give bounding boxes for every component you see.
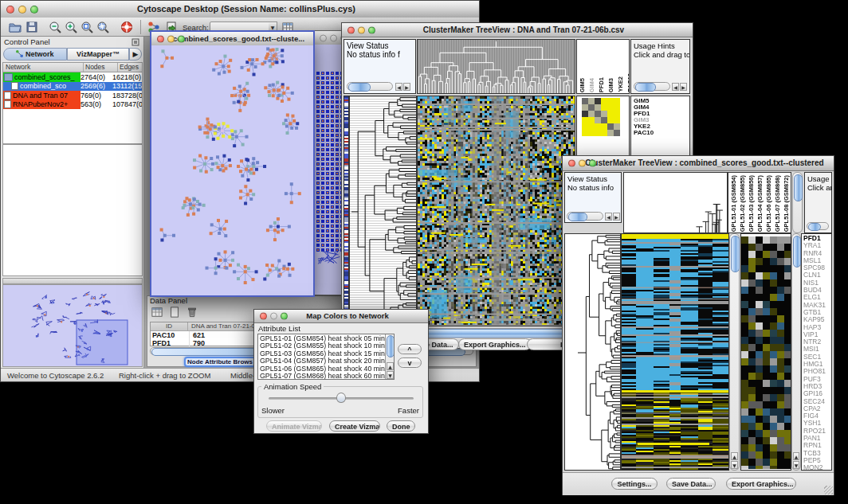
tv2-column-label[interactable]: GPL51-01 (GSM854) [730,175,737,232]
main-title-bar[interactable]: Cytoscape Desktop (Session Name: collins… [1,1,479,18]
col-edges[interactable]: Edges [118,63,142,72]
create-vizmap-button[interactable]: Create Vizmap [329,420,380,432]
tv2-heatmap-vscrollbar[interactable]: ▲ ▼ [729,233,740,471]
zoom-selected-icon[interactable] [80,21,93,33]
help-icon[interactable] [120,21,133,33]
zoom-button[interactable] [30,6,38,14]
tv2-gene-labels[interactable]: PFD1YRA1RNR4MSL1SPC98CLN1NIS1BUD4ELG1MAK… [801,233,832,471]
tv1-export-graphics-button[interactable]: Export Graphics... [458,338,532,350]
scroll-right-icon[interactable]: ▶ [613,213,620,221]
tv2-column-label[interactable]: GPL51-04 (GSM857) [756,175,764,232]
animate-vizmap-button[interactable]: Animate Vizmap [266,420,322,432]
scrollbar-thumb[interactable] [568,213,587,221]
scrollbar-thumb[interactable] [348,83,371,92]
tv1-column-label[interactable]: GIM3 [607,78,614,92]
tv2-status-scrollbar[interactable] [567,212,603,221]
attribute-listbox[interactable]: GPL51-01 (GSM854) heat shock 05 minGPL51… [257,334,395,380]
tv1-column-label[interactable]: PAC10 [626,73,630,92]
birdseye-view[interactable] [2,284,143,367]
tv2-gene-vscrollbar[interactable]: ▲ ▼ [791,233,801,471]
tv1-column-labels[interactable]: GIM5GIM4PFD1GIM3YKE2PAC10 [576,39,630,94]
tv2-column-dendrogram[interactable] [623,172,728,233]
delete-attribute-icon[interactable] [186,306,198,318]
scrollbar-thumb[interactable] [793,236,801,268]
tab-vizmapper[interactable]: VizMapper™ [67,48,129,61]
resize-grip[interactable] [824,486,833,494]
move-down-button[interactable]: v [398,357,422,368]
save-icon[interactable] [26,21,38,33]
tv1-global-strip[interactable] [344,96,349,326]
open-icon[interactable] [9,21,22,33]
treeview2-title-bar[interactable]: ClusterMaker TreeView : combined_scores_… [563,156,834,171]
close-button[interactable] [347,26,355,33]
minimize-button[interactable] [579,160,586,167]
new-attribute-icon[interactable] [169,307,180,318]
tv2-row-dendrogram[interactable] [564,233,621,471]
dialog-title-bar[interactable]: Map Colors to Network [254,310,428,323]
tv2-column-labels[interactable]: GPL51-01 (GSM854)GPL51-02 (GSM855)GPL51-… [728,172,791,233]
minimize-button[interactable] [18,6,26,14]
col-network[interactable]: Network [3,63,84,72]
close-button[interactable] [568,160,575,167]
tv1-column-label[interactable]: GIM4 [588,78,595,92]
zoom-button[interactable] [281,313,288,320]
zoom-button[interactable] [589,160,596,167]
scrollbar-thumb[interactable] [794,174,803,201]
tv1-status-scrollbar[interactable] [347,82,393,91]
scroll-left-icon[interactable]: ◀ [395,83,402,91]
scrollbar-thumb[interactable] [387,335,395,357]
tv2-column-label[interactable]: GPL51-02 (GSM855) [739,175,746,232]
scrollbar-thumb[interactable] [635,83,656,92]
tv2-column-label[interactable]: GPL51-07 (GSM868) [774,175,781,232]
tv2-save-data-button[interactable]: Save Data... [666,478,716,490]
zoom-button[interactable] [178,35,185,42]
tv1-column-label[interactable]: YKE2 [617,76,624,92]
network-table-header[interactable]: Network Nodes Edges [2,62,143,72]
minimize-button[interactable] [358,26,365,33]
col-nodes[interactable]: Nodes [84,63,118,72]
tv2-heatmap[interactable] [621,233,729,471]
tv2-hints-scrollbar[interactable] [807,222,829,230]
float-panel-icon[interactable] [132,38,139,46]
zoom-out-icon[interactable] [49,21,61,33]
close-button[interactable] [260,313,267,320]
scroll-right-icon[interactable]: ▶ [403,83,410,91]
network-row[interactable]: combined_scores_2764(0)16218(0) [3,72,142,82]
tv2-collabel-vscrollbar[interactable] [792,172,803,233]
zoom-fit-icon[interactable] [96,21,109,33]
scrollbar-thumb[interactable] [731,236,740,272]
move-up-button[interactable]: ^ [398,344,422,354]
network-row[interactable]: combined_sco2569(6)13112(15) [3,82,142,92]
tv1-row-dendrogram[interactable] [349,96,417,326]
tv1-column-label[interactable]: PFD1 [598,77,605,92]
tab-overflow-button[interactable]: ▶ [129,48,142,61]
tv2-column-label[interactable]: GPL51-03 (GSM856) [748,175,755,232]
network-row[interactable]: DNA and Tran 07769(0)183728(0) [3,91,142,100]
tv1-heatmap[interactable] [417,96,575,326]
tv1-column-label[interactable]: GIM5 [579,78,586,92]
tv2-column-label[interactable]: GPL51-08 (GSM872) [783,175,790,232]
attribute-list-vscrollbar[interactable]: ▲ ▼ [385,334,394,379]
tv1-hints-scrollbar[interactable] [634,82,670,91]
tv2-summary-heatmap[interactable] [740,233,791,471]
network1-canvas-panel[interactable] [151,45,313,295]
close-button[interactable] [157,35,164,42]
zoom-button[interactable] [368,26,375,33]
tv2-column-label[interactable]: GPL51-06 (GSM865) [765,175,772,232]
close-button[interactable] [320,34,327,41]
zoom-in-icon[interactable] [65,21,77,33]
node-attribute-browser-tab[interactable]: Node Attribute Brows [184,357,256,367]
attribute-item[interactable]: GPL51-07 (GSM868) heat shock 60 min [258,373,384,380]
birdseye-splitter[interactable] [2,278,143,284]
speed-slider-thumb[interactable] [336,393,346,403]
done-button[interactable]: Done [387,420,415,432]
gene-label[interactable]: MON2 [803,464,826,471]
tv2-settings-button[interactable]: Settings... [611,478,658,490]
tv2-export-graphics-button[interactable]: Export Graphics... [726,478,796,490]
minimize-button[interactable] [330,34,337,41]
tv1-column-dendrogram[interactable] [417,39,575,94]
close-button[interactable] [6,6,14,14]
network-row[interactable]: RNAPuberNov2+563(0)107847(0) [3,100,142,110]
network1-title-bar[interactable]: combined_scores_good.txt--cluste... [151,32,313,46]
tab-network[interactable]: Network [3,48,67,61]
